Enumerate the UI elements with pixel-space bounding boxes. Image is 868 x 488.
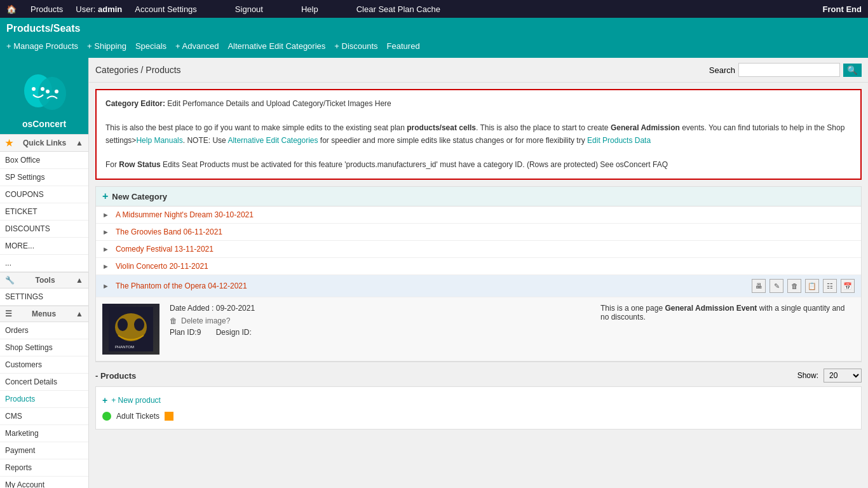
subnav-advanced[interactable]: + Advanced	[175, 38, 227, 54]
logo-text: osConcert	[22, 119, 66, 129]
products-header: - Products Show: 20 50 100	[95, 369, 862, 383]
note-bold: General Admission Event	[665, 304, 757, 313]
delete-image-btn[interactable]: 🗑 Delete image?	[170, 316, 255, 325]
sidebar-item-sp-settings[interactable]: SP Settings	[0, 169, 88, 186]
search-input[interactable]	[738, 63, 840, 77]
category-row-4[interactable]: ► Violin Concerto 20-11-2021	[96, 258, 861, 275]
tools-collapse-icon: ▲	[76, 276, 83, 285]
event-detail-text: Date Added : 09-20-2021 🗑 Delete image? …	[170, 304, 255, 337]
edit-products-link[interactable]: Edit Products Data	[587, 136, 651, 145]
sidebar-item-reports[interactable]: Reports	[0, 459, 88, 477]
svg-text:PHANTOM: PHANTOM	[115, 345, 134, 349]
edit-icon[interactable]: ✎	[770, 279, 783, 293]
menus-header[interactable]: ☰ Menus ▲	[0, 306, 88, 322]
tools-header[interactable]: 🔧 Tools ▲	[0, 272, 88, 288]
user-label: User: admin	[76, 4, 122, 14]
menus-label: Menus	[32, 309, 56, 318]
category-name-3: Comedy Festival 13-11-2021	[116, 245, 214, 254]
arrow-icon-5: ►	[102, 282, 109, 290]
plan-id: Plan ID:9	[170, 328, 201, 337]
info-title-rest: Edit Perfomance Details and Upload Categ…	[165, 99, 391, 108]
subnav-links: + Manage Products + Shipping Specials + …	[6, 38, 862, 54]
product-status-icon	[102, 412, 111, 421]
search-area: Search 🔍	[709, 63, 862, 77]
category-name-5: The Phantom of the Opera 04-12-2021	[116, 281, 247, 290]
product-name-adult-tickets: Adult Tickets	[116, 412, 159, 421]
category-row-1[interactable]: ► A Midsummer Night's Dream 30-10-2021	[96, 207, 861, 224]
alt-edit-link[interactable]: Alternative Edit Categories	[227, 136, 318, 145]
category-row-5[interactable]: ► The Phantom of the Opera 04-12-2021 🖶 …	[96, 275, 861, 297]
copy-icon[interactable]: 📋	[805, 279, 819, 293]
arrow-icon-3: ►	[102, 245, 109, 253]
subnav-specials[interactable]: Specials	[135, 38, 175, 54]
event-image: PHANTOM	[102, 304, 159, 355]
calendar-icon[interactable]: 📅	[841, 279, 855, 293]
tool-icon: 🔧	[5, 276, 15, 285]
subnav-discounts[interactable]: + Discounts	[334, 38, 386, 54]
svg-point-2	[32, 87, 36, 91]
product-edit-icon[interactable]	[165, 412, 173, 421]
new-category-label: New Category	[112, 192, 167, 201]
info-para1: This is also the best place to go if you…	[105, 122, 851, 146]
arrow-icon-4: ►	[102, 262, 109, 270]
category-row-3[interactable]: ► Comedy Festival 13-11-2021	[96, 241, 861, 258]
breadcrumb: Categories / Products	[95, 65, 181, 75]
info-box: Category Editor: Edit Perfomance Details…	[95, 89, 862, 180]
subnav-featured[interactable]: Featured	[387, 38, 429, 54]
search-button[interactable]: 🔍	[843, 64, 862, 77]
account-settings-link[interactable]: Account Settings	[135, 4, 197, 14]
search-label: Search	[709, 65, 735, 75]
svg-point-8	[118, 318, 128, 331]
sidebar-item-box-office[interactable]: Box Office	[0, 152, 88, 169]
quick-links-header[interactable]: ★ Quick Links ▲	[0, 134, 88, 152]
menu-icon: ☰	[5, 309, 12, 318]
clear-cache-link[interactable]: Clear Seat Plan Cache	[356, 4, 440, 14]
sidebar-item-customers[interactable]: Customers	[0, 356, 88, 374]
home-icon: 🏠	[6, 4, 17, 14]
sidebar-item-products[interactable]: Products	[0, 391, 88, 408]
help-link[interactable]: Help	[301, 4, 318, 14]
sidebar-item-payment[interactable]: Payment	[0, 442, 88, 459]
svg-point-1	[38, 77, 66, 110]
product-row-adult-tickets: Adult Tickets	[102, 409, 855, 424]
quick-links-label: Quick Links	[23, 139, 66, 147]
sidebar-item-ellipsis: ...	[0, 255, 88, 272]
sidebar-item-orders[interactable]: Orders	[0, 322, 88, 339]
front-end-link[interactable]: Front End	[823, 4, 862, 14]
sidebar-item-shop-settings[interactable]: Shop Settings	[0, 339, 88, 356]
new-product-row[interactable]: + + New product	[102, 392, 855, 409]
subnav-alt-edit[interactable]: Alternative Edit Categories	[227, 38, 334, 54]
sub-navbar: Products/Seats + Manage Products + Shipp…	[0, 18, 868, 58]
svg-point-9	[134, 318, 144, 331]
content-area: Categories / Products Search 🔍 Category …	[89, 58, 868, 488]
print-icon[interactable]: 🖶	[752, 279, 766, 293]
arrow-icon-1: ►	[102, 211, 109, 219]
products-link[interactable]: Products	[31, 4, 63, 14]
layout-icon[interactable]: ☷	[823, 279, 837, 293]
sidebar-item-coupons[interactable]: COUPONS	[0, 186, 88, 203]
delete-icon[interactable]: 🗑	[787, 279, 801, 293]
sidebar-item-discounts[interactable]: DISCOUNTS	[0, 220, 88, 238]
sidebar-item-my-account[interactable]: My Account	[0, 477, 88, 488]
subnav-manage-products[interactable]: + Manage Products	[6, 38, 87, 54]
sidebar-item-marketing[interactable]: Marketing	[0, 425, 88, 442]
show-label: Show:	[797, 371, 818, 380]
category-row-2[interactable]: ► The Groovies Band 06-11-2021	[96, 224, 861, 241]
subnav-shipping[interactable]: + Shipping	[87, 38, 135, 54]
sidebar-item-settings[interactable]: SETTINGS	[0, 288, 88, 306]
new-product-plus-icon: +	[102, 395, 107, 405]
design-id: Design ID:	[216, 328, 252, 337]
subnav-title: Products/Seats	[6, 18, 862, 38]
category-name-4: Violin Concerto 20-11-2021	[116, 262, 208, 271]
menus-collapse-icon: ▲	[76, 309, 83, 318]
category-name-2: The Groovies Band 06-11-2021	[116, 227, 222, 236]
sidebar-item-more[interactable]: MORE...	[0, 238, 88, 255]
sidebar-item-cms[interactable]: CMS	[0, 408, 88, 425]
help-manuals-link[interactable]: Help Manuals	[136, 136, 182, 145]
signout-link[interactable]: Signout	[235, 4, 263, 14]
sidebar-item-eticket[interactable]: ETICKET	[0, 203, 88, 220]
show-select[interactable]: 20 50 100	[824, 369, 862, 383]
sidebar-item-concert-details[interactable]: Concert Details	[0, 374, 88, 391]
new-category-row[interactable]: + New Category	[96, 187, 861, 207]
sidebar: osConcert ★ Quick Links ▲ Box Office SP …	[0, 58, 89, 488]
